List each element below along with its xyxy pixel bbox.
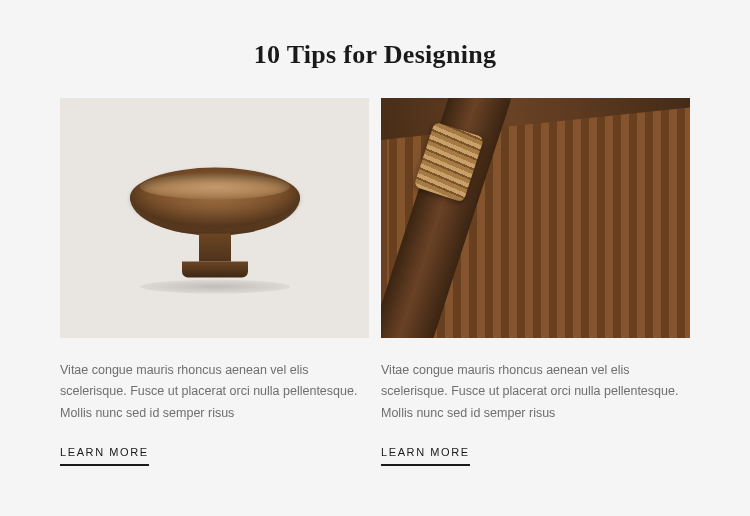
learn-more-link[interactable]: LEARN MORE: [60, 446, 149, 466]
card-columns: Vitae congue mauris rhoncus aenean vel e…: [60, 98, 690, 466]
card-description: Vitae congue mauris rhoncus aenean vel e…: [381, 360, 690, 424]
card-left: Vitae congue mauris rhoncus aenean vel e…: [60, 98, 369, 466]
page-title: 10 Tips for Designing: [254, 40, 497, 70]
learn-more-link[interactable]: LEARN MORE: [381, 446, 470, 466]
card-description: Vitae congue mauris rhoncus aenean vel e…: [60, 360, 369, 424]
card-right: Vitae congue mauris rhoncus aenean vel e…: [381, 98, 690, 466]
product-image-bowl: [60, 98, 369, 338]
bowl-illustration: [130, 168, 300, 294]
product-image-weave: [381, 98, 690, 338]
